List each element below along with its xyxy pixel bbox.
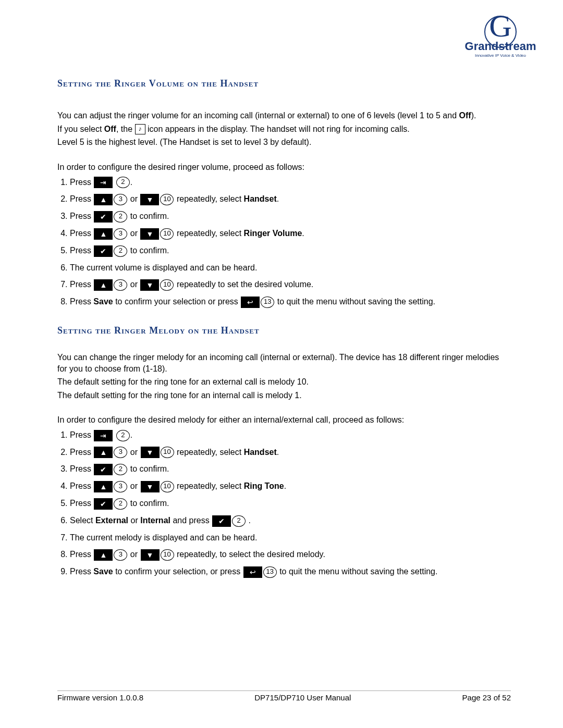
text: to confirm.	[130, 212, 169, 220]
step: Press ⇥ 2.	[70, 175, 511, 190]
footer-title: DP715/DP710 User Manual	[254, 693, 351, 702]
key-number: 2	[114, 498, 127, 510]
back-key-icon: ↩	[241, 297, 260, 308]
text-bold: External	[95, 516, 128, 525]
key-number: 10	[160, 194, 174, 205]
steps-list-volume: Press ⇥ 2. Press ▲3 or ▼10 repeatedly, s…	[57, 175, 511, 310]
step: Press ▲3 or ▼10 repeatedly, select Hands…	[70, 445, 511, 460]
key-number: 10	[160, 228, 174, 240]
text: repeatedly, select	[177, 194, 244, 203]
text: repeatedly, to select the desired melody…	[177, 550, 325, 559]
text: Press	[70, 567, 93, 576]
step: Press ✔2 to confirm.	[70, 209, 511, 224]
check-key-icon: ✔	[94, 211, 113, 223]
key-number: 10	[161, 549, 174, 561]
text: Press	[70, 550, 91, 559]
up-key-icon: ▲	[94, 194, 113, 205]
step: Press Save to confirm your selection or …	[70, 294, 511, 310]
brand-logo: G Grandstream Innovative IP Voice & Vide…	[464, 10, 537, 58]
section-heading-melody: Setting the Ringer Melody on the Handset	[57, 325, 511, 336]
key-number: 2	[114, 464, 127, 475]
up-key-icon: ▲	[94, 481, 113, 492]
check-key-icon: ✔	[94, 498, 113, 510]
step: Select External or Internal and press ✔2…	[70, 513, 511, 528]
footer-page: Page 23 of 52	[462, 693, 511, 702]
step: Press ▲3 or ▼10 repeatedly, to select th…	[70, 547, 511, 562]
text: icon appears in the display. The handset…	[148, 125, 410, 133]
text: If you select	[57, 125, 104, 133]
text: Press	[70, 246, 91, 255]
down-key-icon: ▼	[141, 447, 160, 458]
text: Press	[70, 229, 91, 238]
text: or	[130, 229, 140, 238]
text: Press	[70, 499, 91, 508]
up-key-icon: ▲	[94, 447, 113, 458]
text: repeatedly to set the desired volume.	[177, 280, 313, 289]
down-key-icon: ▼	[140, 228, 159, 240]
key-number: 3	[114, 549, 127, 561]
text-bold: Save	[93, 297, 113, 306]
key-number: 3	[114, 447, 127, 458]
text: to confirm.	[130, 464, 169, 473]
text: Press	[70, 280, 91, 289]
text: .	[249, 516, 251, 525]
check-key-icon: ✔	[94, 464, 113, 475]
text: .	[277, 448, 279, 456]
text: repeatedly, select	[177, 229, 244, 238]
check-key-icon: ✔	[94, 245, 113, 257]
text: to confirm.	[130, 499, 169, 508]
text: Press	[70, 178, 93, 187]
text-bold: Handset	[244, 194, 277, 203]
logo-g-icon: G	[484, 16, 517, 48]
body-text: In order to configure the desired melody…	[57, 414, 511, 426]
key-number: 3	[114, 279, 127, 291]
down-key-icon: ▼	[140, 194, 159, 205]
step: The current melody is displayed and can …	[70, 530, 511, 546]
step: Press ✔2 to confirm.	[70, 462, 511, 477]
text-bold: Off	[104, 125, 116, 133]
manual-page: G Grandstream Innovative IP Voice & Vide…	[0, 0, 563, 728]
text: ).	[471, 111, 476, 120]
text: or	[130, 280, 140, 289]
body-text: The default setting for the ring tone fo…	[57, 376, 511, 388]
text-bold: Save	[93, 567, 113, 576]
menu-key-icon: ⇥	[94, 177, 113, 188]
text: Press	[70, 194, 91, 203]
body-text: You can change the ringer melody for an …	[57, 352, 511, 374]
back-key-icon: ↩	[243, 566, 262, 578]
mute-icon: ♪	[135, 124, 145, 134]
text: .	[302, 229, 304, 238]
up-key-icon: ▲	[94, 228, 113, 240]
text: .	[284, 482, 286, 490]
text: Select	[70, 516, 95, 525]
step: The current volume is displayed and can …	[70, 261, 511, 276]
text: and press	[170, 516, 212, 525]
text: Press	[70, 482, 91, 490]
text: to confirm your selection or press	[113, 297, 241, 306]
text: to confirm.	[130, 246, 169, 255]
text: Press	[70, 430, 93, 439]
text: to confirm your selection, or press	[113, 567, 243, 576]
up-key-icon: ▲	[94, 549, 113, 561]
key-number: 2	[232, 515, 246, 527]
footer-firmware: Firmware version 1.0.0.8	[57, 693, 143, 702]
text: Press	[70, 297, 93, 306]
text-bold: Handset	[244, 448, 277, 456]
step: Press Save to confirm your selection, or…	[70, 564, 511, 579]
key-number: 13	[261, 297, 274, 308]
text: Press	[70, 464, 91, 473]
body-text: You can adjust the ringer volume for an …	[57, 110, 511, 121]
text: , the	[116, 125, 135, 133]
key-number: 3	[114, 481, 127, 492]
brand-tagline: Innovative IP Voice & Video	[464, 53, 537, 58]
text: repeatedly, select	[177, 482, 244, 490]
body-text: If you select Off, the ♪ icon appears in…	[57, 124, 511, 135]
down-key-icon: ▼	[140, 279, 159, 291]
page-footer: Firmware version 1.0.0.8 DP715/DP710 Use…	[57, 690, 511, 702]
key-number: 13	[263, 566, 277, 578]
text-bold: Ring Tone	[244, 482, 284, 490]
text: or	[130, 482, 138, 490]
step: Press ▲3 or ▼10 repeatedly, select Ringe…	[70, 226, 511, 241]
key-number: 2	[114, 211, 127, 223]
key-number: 10	[161, 447, 174, 458]
